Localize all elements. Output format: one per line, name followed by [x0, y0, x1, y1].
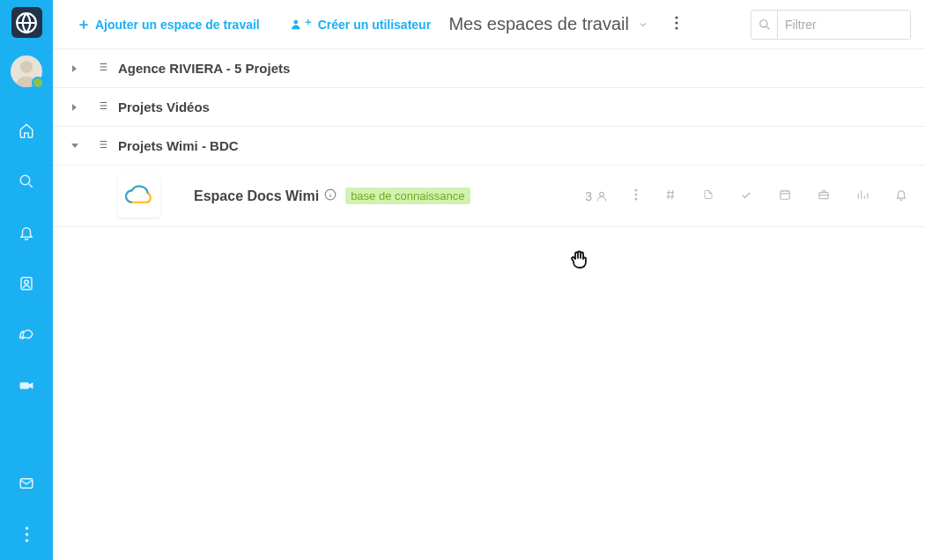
home-icon[interactable]	[18, 122, 34, 138]
chart-icon[interactable]	[856, 188, 869, 203]
list-icon	[95, 99, 109, 114]
svg-point-8	[25, 533, 28, 536]
group-row[interactable]: Projets Vidéos	[53, 88, 925, 127]
caret-right-icon[interactable]	[67, 103, 83, 112]
svg-point-9	[25, 539, 28, 542]
list-icon	[95, 61, 109, 76]
workspace-tag[interactable]: base de connaissance	[345, 188, 470, 204]
filter-input[interactable]	[778, 11, 910, 39]
add-workspace-label: Ajouter un espace de travail	[95, 18, 260, 32]
caret-down-icon[interactable]	[67, 143, 83, 150]
add-workspace-button[interactable]: Ajouter un espace de travail	[78, 18, 260, 32]
sidebar	[0, 0, 53, 560]
svg-point-2	[20, 175, 30, 185]
caret-right-icon[interactable]	[67, 64, 83, 73]
workspace-more-icon[interactable]	[634, 188, 638, 203]
group-label: Projets Wimi - BDC	[118, 138, 239, 153]
workspace-row[interactable]: Espace Docs Wimi base de connaissance 3	[53, 166, 925, 227]
svg-point-13	[675, 26, 677, 29]
bell-icon[interactable]	[895, 188, 907, 203]
svg-rect-21	[819, 193, 829, 199]
svg-point-7	[25, 527, 28, 530]
check-icon[interactable]	[740, 189, 752, 203]
app-logo[interactable]	[11, 7, 42, 38]
workspace-actions: 3	[585, 188, 907, 203]
contacts-icon[interactable]	[18, 276, 34, 291]
bell-icon[interactable]	[18, 225, 34, 240]
chat-icon[interactable]	[18, 327, 35, 343]
topbar-more-icon[interactable]	[668, 16, 685, 33]
svg-point-12	[675, 21, 677, 24]
svg-point-17	[635, 189, 638, 192]
group-label: Agence RIVIERA - 5 Projets	[118, 61, 290, 76]
svg-point-19	[635, 198, 638, 201]
chevron-down-icon	[638, 19, 648, 30]
hash-icon[interactable]	[664, 188, 677, 203]
workspace-logo	[118, 175, 160, 217]
document-icon[interactable]	[703, 188, 714, 203]
workspace-dropdown[interactable]: Mes espaces de travail	[448, 14, 648, 34]
create-user-button[interactable]: Créer un utilisateur	[290, 18, 431, 32]
group-row[interactable]: Agence RIVIERA - 5 Projets	[53, 49, 925, 88]
info-icon[interactable]	[324, 188, 337, 203]
video-icon[interactable]	[18, 378, 34, 394]
more-vertical-icon[interactable]	[25, 527, 29, 542]
briefcase-icon[interactable]	[818, 188, 830, 203]
user-icon	[596, 190, 608, 203]
calendar-icon[interactable]	[779, 188, 791, 203]
svg-point-14	[759, 19, 766, 26]
group-row[interactable]: Projets Wimi - BDC	[53, 127, 925, 166]
svg-point-4	[25, 280, 29, 284]
topbar: Ajouter un espace de travail Créer un ut…	[53, 0, 925, 49]
svg-rect-5	[20, 382, 30, 389]
group-label: Projets Vidéos	[118, 99, 210, 114]
svg-point-18	[635, 194, 638, 196]
svg-rect-20	[781, 191, 790, 199]
workspace-title: Espace Docs Wimi	[194, 188, 319, 204]
filter-box	[751, 10, 911, 40]
filter-search-icon	[751, 11, 778, 39]
svg-point-16	[600, 192, 604, 196]
workspace-dropdown-label: Mes espaces de travail	[448, 14, 629, 34]
main-area: Ajouter un espace de travail Créer un ut…	[53, 0, 925, 560]
svg-point-10	[293, 19, 298, 24]
user-avatar[interactable]	[11, 55, 42, 87]
create-user-label: Créer un utilisateur	[318, 18, 431, 32]
svg-point-11	[675, 16, 677, 18]
svg-point-1	[20, 61, 33, 73]
mail-icon[interactable]	[18, 475, 34, 491]
search-icon[interactable]	[18, 173, 34, 189]
list-icon	[95, 138, 109, 153]
member-count[interactable]: 3	[585, 189, 608, 203]
